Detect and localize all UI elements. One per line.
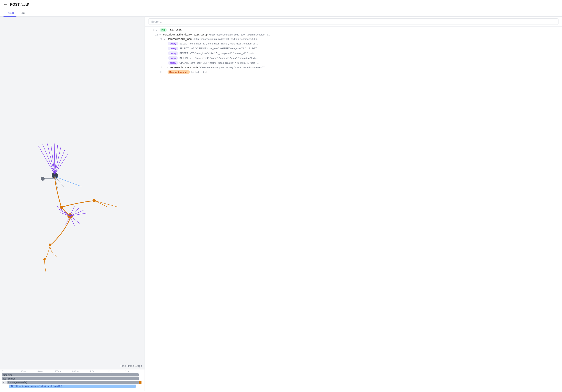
openai-bar-label: POST https://api.openai.com/v1/chat/comp… [10,385,62,387]
item-detail-q5: UPDATE "core_user" SET "lifetime_todos_c… [179,61,559,64]
item-count-2: 21 [156,38,162,40]
timeline-1s: 1.0s [90,370,108,373]
trace-item-django[interactable]: 13 › Django template list_todos.html [145,70,562,74]
page-title: POST /add/ [10,3,29,7]
item-name-fortune: core.views.fortune_cookie [168,66,198,69]
chevron-2[interactable]: ∨ [164,38,166,40]
flame-timeline: 0 200ms 400ms 600ms 800ms 1.0s 1.2s 1.4s [0,370,145,373]
timeline-400: 400ms [37,370,55,373]
tab-trace[interactable]: Trace [3,9,16,17]
timeline-800: 800ms [72,370,90,373]
trace-item-query-4[interactable]: query INSERT INTO "core_event" ("name", … [145,56,562,60]
svg-point-2 [41,177,45,181]
item-detail-q3: INSERT INTO "core_todo" ("title", "is_co… [179,52,559,55]
flame-bar-openai: POST https://api.openai.com/v1/chat/comp… [2,384,143,388]
item-detail-q4: INSERT INTO "core_event" ("name", "user_… [179,57,559,59]
svg-point-31 [49,243,51,246]
item-name-1: core.views.authenticate.<locals>.wrap [163,33,208,36]
flame-graph: 0 200ms 400ms 600ms 800ms 1.0s 1.2s 1.4s… [0,369,145,391]
flame-bar-wrap: wrap (1s) [2,373,143,377]
timeline-600: 600ms [55,370,72,373]
timeline-200: 200ms [20,370,37,373]
back-button[interactable]: ← [3,2,7,7]
chevron-fortune[interactable]: › [164,66,166,69]
trace-list-panel: 23 ∨ 200 POST /add/ 22 ∨ core.views.auth… [145,17,562,391]
main-content: Hide Flame Graph 0 200ms 400ms 600ms 800… [0,17,562,391]
django-template-badge: Django template [168,70,190,74]
trace-item-2[interactable]: 21 ∨ core.views.add_todo <HttpResponse s… [145,37,562,41]
query-badge-3: query [168,51,178,55]
query-badge-2: query [168,47,178,50]
item-detail-fortune: "\"New endeavors pave the way for unexpe… [199,66,559,69]
graph-area: Hide Flame Graph [0,17,145,369]
flame-bar-fortune: SE fortune_cookie (1s) [2,380,143,384]
query-badge-1: query [168,42,178,45]
status-badge-200: 200 [160,28,167,32]
query-badge-5: query [168,61,178,65]
item-name-2: core.views.add_todo [168,37,192,41]
flame-bars: wrap (1s) add_todo (1s) SE [0,373,145,388]
tab-test[interactable]: Test [16,9,27,17]
item-detail-1: <HttpResponse status_code=200, "text/htm… [209,33,559,36]
search-input[interactable] [148,18,559,25]
item-count-1: 22 [152,33,158,36]
trace-item-query-3[interactable]: query INSERT INTO "core_todo" ("title", … [145,51,562,56]
item-count-fortune: 1 [156,66,162,69]
trace-item-fortune[interactable]: 1 › core.views.fortune_cookie "\"New end… [145,65,562,70]
fortune-cookie-label: fortune_cookie (1s) [8,381,27,384]
hide-flame-button[interactable]: Hide Flame Graph [120,364,142,368]
trace-item-1[interactable]: 22 ∨ core.views.authenticate.<locals>.wr… [145,32,562,37]
svg-point-32 [43,258,46,260]
header: ← POST /add/ [0,0,562,9]
svg-rect-0 [0,112,145,274]
item-detail-q1: SELECT "core_user"."id", "core_user"."na… [179,42,559,45]
item-count-0: 23 [148,29,154,31]
tabs-bar: Trace Test [0,9,562,17]
item-detail-2: <HttpResponse status_code=200, "text/htm… [193,38,559,40]
chevron-0[interactable]: ∨ [156,29,158,31]
timeline-1-2s: 1.2s [107,370,125,373]
trace-item-0[interactable]: 23 ∨ 200 POST /add/ [145,28,562,32]
trace-list: 23 ∨ 200 POST /add/ 22 ∨ core.views.auth… [145,27,562,391]
search-bar [145,17,562,27]
trace-item-query-5[interactable]: query UPDATE "core_user" SET "lifetime_t… [145,60,562,65]
query-badge-4: query [168,56,178,60]
item-name-0: POST /add/ [168,28,182,32]
trace-item-query-1[interactable]: query SELECT "core_user"."id", "core_use… [145,41,562,46]
item-count-django: 13 [156,71,162,73]
chevron-1[interactable]: ∨ [159,34,162,36]
trace-item-query-2[interactable]: query SELECT 1 AS "a" FROM "core_user" W… [145,46,562,51]
chevron-django[interactable]: › [164,71,166,73]
timeline-1-4s: 1.4s [125,370,143,373]
trace-graph-panel: Hide Flame Graph 0 200ms 400ms 600ms 800… [0,17,145,391]
trace-graph-svg [0,17,145,369]
flame-bar-add-todo: add_todo (1s) [2,377,143,380]
timeline-0: 0 [2,370,20,373]
add-todo-bar-label: add_todo (1s) [3,378,16,380]
item-detail-q2: SELECT 1 AS "a" FROM "core_user" WHERE "… [179,47,559,50]
item-detail-django: list_todos.html [191,71,559,73]
wrap-bar-label: wrap (1s) [3,374,12,376]
